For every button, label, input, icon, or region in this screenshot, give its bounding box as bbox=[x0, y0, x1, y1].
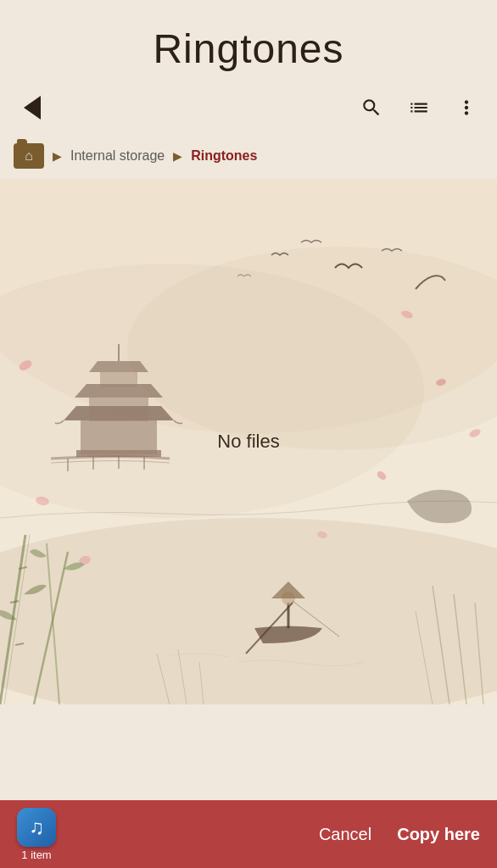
more-options-icon bbox=[455, 97, 477, 119]
list-view-icon bbox=[408, 97, 430, 119]
toolbar bbox=[0, 81, 497, 135]
svg-rect-9 bbox=[89, 398, 148, 421]
svg-marker-12 bbox=[89, 361, 148, 372]
breadcrumb-separator-2: ▶ bbox=[173, 149, 182, 163]
home-folder-button[interactable]: ⌂ bbox=[14, 143, 44, 169]
svg-rect-11 bbox=[100, 372, 137, 387]
search-icon bbox=[360, 97, 383, 119]
page-title: Ringtones bbox=[17, 25, 480, 72]
item-count: 1 item bbox=[21, 849, 51, 861]
bottom-actions: Cancel Copy here bbox=[319, 825, 480, 844]
back-button[interactable] bbox=[17, 92, 47, 123]
bottom-bar: ♫ 1 item Cancel Copy here bbox=[0, 800, 497, 868]
selected-item-info: ♫ 1 item bbox=[17, 808, 56, 861]
search-button[interactable] bbox=[358, 94, 385, 121]
breadcrumb-separator-1: ▶ bbox=[53, 149, 62, 163]
breadcrumb: ⌂ ▶ Internal storage ▶ Ringtones bbox=[0, 135, 497, 179]
home-icon: ⌂ bbox=[25, 148, 33, 164]
breadcrumb-current: Ringtones bbox=[191, 148, 257, 164]
list-view-button[interactable] bbox=[405, 94, 433, 121]
cancel-button[interactable]: Cancel bbox=[319, 825, 371, 844]
main-content: No files bbox=[0, 179, 497, 704]
header: Ringtones bbox=[0, 0, 497, 81]
breadcrumb-internal-storage[interactable]: Internal storage bbox=[70, 148, 165, 164]
music-app-icon: ♫ bbox=[17, 808, 56, 847]
svg-rect-7 bbox=[81, 420, 157, 454]
more-options-button[interactable] bbox=[453, 94, 480, 121]
empty-state-message: No files bbox=[217, 431, 279, 453]
copy-here-button[interactable]: Copy here bbox=[397, 825, 480, 844]
music-note-icon: ♫ bbox=[29, 815, 44, 839]
svg-point-5 bbox=[0, 518, 497, 704]
back-arrow-icon bbox=[24, 96, 41, 120]
